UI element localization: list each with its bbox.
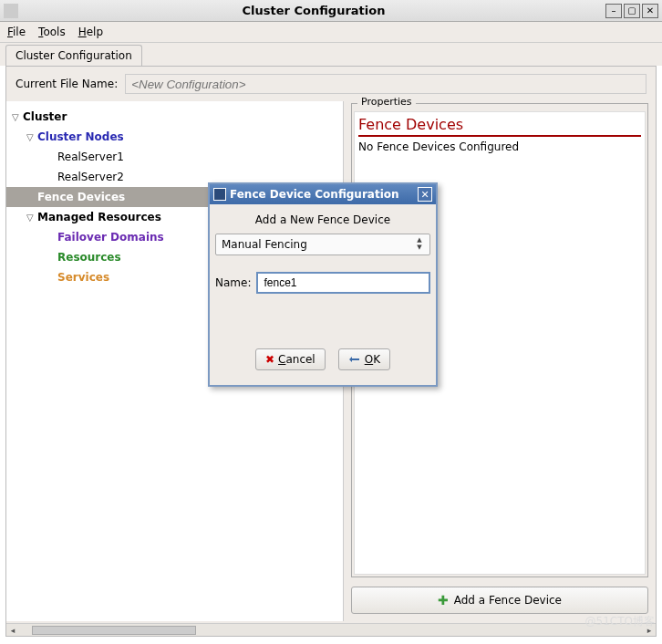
tree-node-realserver1[interactable]: RealServer1 [6,147,343,167]
ok-button[interactable]: OK [338,348,390,370]
name-label: Name: [215,276,251,289]
toggle-icon[interactable]: ▽ [26,213,37,223]
watermark: @51CTO博客 [585,614,655,629]
file-label: Current File Name: [16,78,118,90]
fence-device-config-dialog: Fence Device Configuration ✕ Add a New F… [208,182,438,387]
dialog-heading: Add a New Fence Device [215,213,430,226]
dialog-title: Fence Device Configuration [230,188,418,201]
tree-label-resources: Resources [57,251,121,264]
dialog-close-button[interactable]: ✕ [418,187,432,202]
toggle-icon[interactable]: ▽ [12,112,23,122]
menubar: File Tools Help [0,22,662,43]
tree-cluster-nodes[interactable]: ▽ Cluster Nodes [6,127,343,147]
cancel-button[interactable]: ✖ Cancel [255,348,326,370]
window-title: Cluster Configuration [24,4,604,17]
dialog-titlebar[interactable]: Fence Device Configuration ✕ [210,184,436,204]
menu-tools[interactable]: Tools [38,26,66,38]
window-titlebar: Cluster Configuration – ▢ ✕ [0,0,662,22]
tree-label-node1: RealServer1 [57,151,124,163]
dialog-icon [213,188,226,201]
fence-name-input[interactable] [256,272,430,294]
maximize-button[interactable]: ▢ [624,4,640,18]
add-fence-device-button[interactable]: ✚ Add a Fence Device [351,587,648,614]
ok-label: K [373,353,380,366]
add-button-label: Add a Fence Device [454,594,562,607]
tree-label-services: Services [57,271,109,284]
properties-legend: Properties [357,96,416,108]
close-button[interactable]: ✕ [642,4,658,18]
cancel-icon: ✖ [265,353,274,366]
tree-label-failover: Failover Domains [57,231,164,244]
minimize-button[interactable]: – [605,4,622,18]
file-row: Current File Name: [6,67,656,101]
properties-empty-msg: No Fence Devices Configured [358,140,641,153]
tree-root-cluster[interactable]: ▽ Cluster [6,107,343,127]
select-spinner-icon[interactable]: ▲▼ [413,236,426,251]
ok-icon [348,354,361,365]
plus-icon: ✚ [438,593,449,608]
tree-label-nodes: Cluster Nodes [37,130,124,143]
properties-title: Fence Devices [358,116,641,137]
dialog-body: Add a New Fence Device Manual Fencing ▲▼… [210,204,436,385]
menu-file[interactable]: File [7,26,26,38]
tab-cluster-config[interactable]: Cluster Configuration [5,45,142,66]
tree-label-node2: RealServer2 [57,171,124,183]
horizontal-scrollbar[interactable]: ◂ ▸ [6,623,656,636]
current-file-input[interactable] [125,74,646,94]
tree-label-cluster: Cluster [23,110,67,123]
menu-help[interactable]: Help [78,26,103,38]
scroll-left-icon[interactable]: ◂ [6,626,19,635]
tab-row: Cluster Configuration [0,43,662,66]
select-value: Manual Fencing [222,238,307,251]
scroll-thumb[interactable] [32,626,196,635]
cancel-label: ancel [285,353,315,366]
tree-label-fence: Fence Devices [37,191,125,203]
app-icon [4,4,18,18]
tree-label-managed: Managed Resources [37,211,161,223]
toggle-icon[interactable]: ▽ [26,132,37,142]
fence-type-select[interactable]: Manual Fencing ▲▼ [215,234,430,255]
